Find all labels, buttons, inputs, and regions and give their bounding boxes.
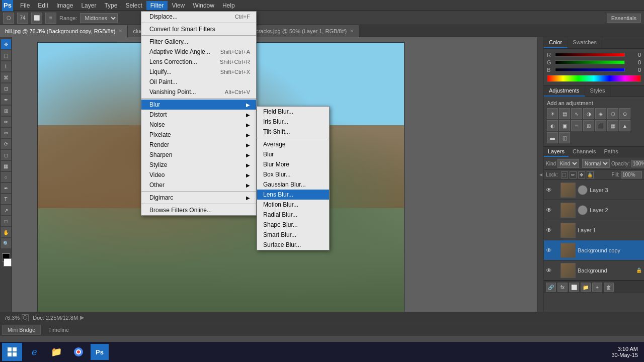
tool-crop[interactable]: ⊡	[1, 83, 11, 94]
adj-selective[interactable]: ◫	[559, 132, 570, 143]
menu-type[interactable]: Type	[100, 1, 121, 10]
layer-item-bgcopy[interactable]: 👁 Background copy	[544, 240, 644, 260]
filter-oil-paint[interactable]: Oil Paint...	[141, 77, 256, 87]
lock-transparent[interactable]: ⬚	[561, 171, 568, 178]
start-button[interactable]	[2, 343, 22, 361]
taskbar-ie[interactable]: ℯ	[24, 343, 44, 361]
blur-surface[interactable]: Surface Blur...	[257, 240, 329, 250]
tool-marquee[interactable]: ⬚	[1, 50, 11, 60]
tab-hill-close[interactable]: ✕	[118, 28, 122, 34]
filter-vanishing-point[interactable]: Vanishing Point... Alt+Ctrl+V	[141, 87, 256, 97]
filter-sharpen[interactable]: Sharpen ▶	[141, 150, 256, 160]
taskbar-folder[interactable]: 📁	[46, 343, 66, 361]
layer-item-1[interactable]: 👁 Layer 1	[544, 220, 644, 240]
tool-patch[interactable]: ⊞	[1, 106, 11, 116]
tool-hand[interactable]: ✋	[1, 227, 11, 237]
tool-history[interactable]: ⟳	[1, 139, 11, 149]
blur-field[interactable]: Field Blur...	[257, 107, 329, 117]
filter-distort[interactable]: Distort ▶	[141, 110, 256, 120]
delete-layer-btn[interactable]: 🗑	[604, 283, 614, 292]
tool-gradient[interactable]: ▦	[1, 161, 11, 171]
menu-window[interactable]: Window	[189, 1, 218, 10]
lock-image[interactable]: ✏	[570, 171, 577, 178]
lock-all[interactable]: 🔒	[587, 171, 594, 178]
styles-tab[interactable]: Styles	[585, 85, 611, 97]
adj-color-lookup[interactable]: ⊞	[583, 120, 594, 131]
tool-zoom[interactable]: 🔍	[1, 238, 11, 248]
tool-path[interactable]: ↗	[1, 205, 11, 215]
blur-iris[interactable]: Iris Blur...	[257, 117, 329, 127]
tab-cracks-close[interactable]: ✕	[350, 28, 354, 34]
mini-bridge-tab[interactable]: Mini Bridge	[2, 325, 41, 335]
filter-lens-correction[interactable]: Lens Correction... Shift+Ctrl+R	[141, 57, 256, 67]
tool-text[interactable]: T	[1, 194, 11, 204]
menu-view[interactable]: View	[168, 1, 189, 10]
tool-options-btn3[interactable]: ⬜	[31, 13, 42, 24]
filter-convert-smart[interactable]: Convert for Smart Filters	[141, 24, 256, 34]
blend-mode-select[interactable]: Normal	[582, 159, 610, 168]
adj-exposure[interactable]: ◑	[583, 108, 594, 119]
adj-brightness[interactable]: ☀	[547, 108, 558, 119]
adj-curves[interactable]: ∿	[571, 108, 582, 119]
filter-displace[interactable]: Displace... Ctrl+F	[141, 12, 256, 22]
swatches-tab[interactable]: Swatches	[568, 37, 602, 48]
layer-item-2[interactable]: 👁 Layer 2	[544, 200, 644, 220]
r-slider[interactable]	[555, 53, 625, 57]
menu-select[interactable]: Select	[121, 1, 146, 10]
blur-average[interactable]: Average	[257, 139, 329, 149]
adj-vibrance[interactable]: ◈	[595, 108, 606, 119]
blur-blur[interactable]: Blur	[257, 149, 329, 159]
link-layers-btn[interactable]: 🔗	[546, 283, 556, 292]
kind-select[interactable]: Kind	[557, 159, 579, 168]
filter-gallery[interactable]: Filter Gallery...	[141, 37, 256, 47]
filter-pixelate[interactable]: Pixelate ▶	[141, 130, 256, 140]
blur-blur-more[interactable]: Blur More	[257, 159, 329, 169]
menu-filter[interactable]: Filter	[146, 1, 168, 10]
layers-tab[interactable]: Layers	[544, 147, 569, 157]
adj-mixer[interactable]: ≡	[571, 120, 582, 131]
color-spectrum[interactable]	[547, 75, 641, 82]
tab-cracks[interactable]: cracks.jpg @ 50% (Layer 1, RGB/8#) ✕	[251, 25, 359, 37]
blur-box[interactable]: Box Blur...	[257, 169, 329, 179]
opacity-input[interactable]	[631, 160, 644, 167]
g-slider[interactable]	[555, 60, 625, 64]
collapse-handle[interactable]: ◀	[537, 37, 543, 312]
tool-eraser[interactable]: ◻	[1, 150, 11, 160]
range-select[interactable]: Midtones	[80, 13, 118, 23]
tool-stamp[interactable]: ✂	[1, 128, 11, 138]
eye-icon-3[interactable]: 👁	[546, 187, 553, 194]
blur-motion[interactable]: Motion Blur...	[257, 200, 329, 210]
tool-brush[interactable]: ✏	[1, 117, 11, 127]
filter-noise[interactable]: Noise ▶	[141, 120, 256, 130]
channels-tab[interactable]: Channels	[569, 147, 600, 157]
adj-levels[interactable]: ▤	[559, 108, 570, 119]
new-layer-btn[interactable]: +	[592, 283, 602, 292]
add-mask-btn[interactable]: ⬜	[569, 283, 579, 292]
eye-icon-1[interactable]: 👁	[546, 227, 553, 234]
eye-icon-bgcopy[interactable]: 👁	[546, 247, 553, 254]
adj-threshold[interactable]: ▲	[619, 120, 630, 131]
blur-smart[interactable]: Smart Blur...	[257, 230, 329, 240]
new-group-btn[interactable]: 📁	[581, 283, 591, 292]
menu-layer[interactable]: Layer	[77, 1, 100, 10]
timeline-tab[interactable]: Timeline	[43, 325, 74, 335]
tool-shape[interactable]: □	[1, 216, 11, 226]
tool-options-btn2[interactable]: 74	[17, 13, 28, 24]
taskbar-chrome[interactable]	[68, 343, 89, 361]
essentials-btn[interactable]: Essentials	[607, 14, 641, 23]
fill-input[interactable]	[621, 171, 642, 178]
status-expand-arrow[interactable]: ▶	[80, 314, 84, 321]
fx-btn[interactable]: fx	[557, 283, 568, 292]
filter-stylize[interactable]: Stylize ▶	[141, 160, 256, 170]
eye-icon-2[interactable]: 👁	[546, 207, 553, 214]
adj-hsl[interactable]: ⬡	[607, 108, 618, 119]
blur-tilt-shift[interactable]: Tilt-Shift...	[257, 127, 329, 137]
menu-image[interactable]: Image	[52, 1, 77, 10]
eye-icon-bg[interactable]: 👁	[546, 267, 553, 274]
filter-browse-online[interactable]: Browse Filters Online...	[141, 205, 256, 215]
bg-color-swatch[interactable]	[4, 258, 12, 266]
layer-item-bg[interactable]: 👁 Background 🔒	[544, 260, 644, 281]
adj-gradient-map[interactable]: ▬	[547, 132, 558, 143]
menu-edit[interactable]: Edit	[34, 1, 52, 10]
tool-options-btn4[interactable]: ≡	[45, 13, 56, 24]
